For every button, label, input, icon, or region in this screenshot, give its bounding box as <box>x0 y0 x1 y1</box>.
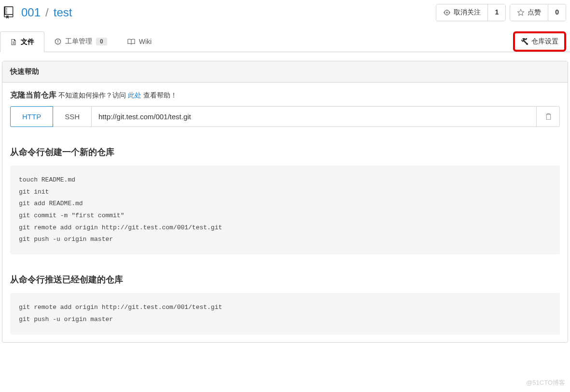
breadcrumb-repo[interactable]: test <box>54 6 72 19</box>
star-group: 点赞 0 <box>510 4 566 21</box>
tab-issues[interactable]: 工单管理 0 <box>44 31 117 52</box>
clone-help-link[interactable]: 此处 <box>128 91 141 99</box>
tab-issues-label: 工单管理 <box>65 37 92 46</box>
clone-url-input[interactable] <box>91 106 537 127</box>
proto-http-button[interactable]: HTTP <box>10 106 53 127</box>
star-label: 点赞 <box>528 8 541 17</box>
copy-url-button[interactable] <box>536 106 560 127</box>
tab-wiki-label: Wiki <box>139 38 152 45</box>
clone-text-2: 查看帮助！ <box>141 91 177 99</box>
tab-settings[interactable]: 仓库设置 <box>513 31 566 52</box>
section-push-title: 从命令行推送已经创建的仓库 <box>10 274 560 285</box>
quick-help-title: 快速帮助 <box>2 61 568 83</box>
alert-icon <box>55 38 61 45</box>
unwatch-button[interactable]: 取消关注 <box>436 4 487 21</box>
clipboard-icon <box>544 113 552 120</box>
proto-ssh-button[interactable]: SSH <box>53 106 92 127</box>
clone-text-1: 不知道如何操作？访问 <box>58 91 128 99</box>
code-push[interactable]: git remote add origin http://git.test.co… <box>10 293 560 334</box>
file-icon <box>10 39 17 45</box>
tab-files[interactable]: 文件 <box>0 31 44 52</box>
watch-count[interactable]: 1 <box>487 4 505 21</box>
book-icon <box>127 38 135 45</box>
breadcrumb-sep: / <box>45 6 49 19</box>
repo-icon <box>4 6 16 19</box>
star-button[interactable]: 点赞 <box>510 4 548 21</box>
unwatch-label: 取消关注 <box>454 8 481 17</box>
repo-tabs: 文件 工单管理 0 Wiki <box>0 31 162 52</box>
star-count[interactable]: 0 <box>548 4 566 21</box>
star-icon <box>517 9 525 16</box>
eye-icon <box>443 9 451 16</box>
tab-settings-label: 仓库设置 <box>531 37 558 46</box>
section-create-title: 从命令行创建一个新的仓库 <box>10 146 560 158</box>
watch-group: 取消关注 1 <box>436 4 506 21</box>
breadcrumb-owner[interactable]: 001 <box>21 6 41 19</box>
quick-help-panel: 快速帮助 克隆当前仓库 不知道如何操作？访问 此处 查看帮助！ HTTP SSH… <box>2 61 568 343</box>
tab-files-label: 文件 <box>21 38 34 46</box>
clone-heading-strong: 克隆当前仓库 <box>10 91 56 99</box>
tab-wiki[interactable]: Wiki <box>117 31 162 52</box>
tools-icon <box>521 38 528 45</box>
breadcrumb: 001 / test <box>4 6 72 19</box>
clone-heading: 克隆当前仓库 不知道如何操作？访问 此处 查看帮助！ <box>10 90 560 100</box>
issues-count-badge: 0 <box>96 38 107 45</box>
code-create[interactable]: touch README.md git init git add README.… <box>10 166 560 254</box>
